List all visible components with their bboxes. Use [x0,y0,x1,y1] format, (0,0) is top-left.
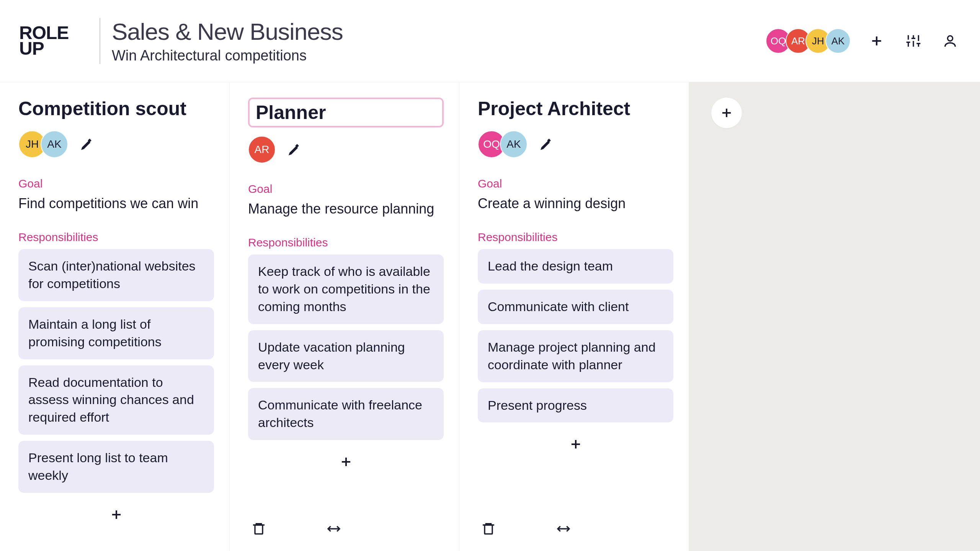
avatar[interactable]: AK [41,130,68,158]
responsibilities-list: Lead the design teamCommunicate with cli… [478,249,673,422]
svg-point-11 [947,36,952,41]
responsibility-item[interactable]: Update vacation planning every week [248,330,444,382]
responsibility-item[interactable]: Present progress [478,388,673,423]
move-column-button[interactable] [323,518,345,540]
column-title: Competition scout [18,98,214,120]
goal-label: Goal [248,183,444,196]
page-subtitle: Win Architectural competitions [112,47,343,64]
empty-area [689,82,980,551]
responsibility-item[interactable]: Communicate with freelance architects [248,388,444,440]
delete-column-button[interactable] [478,518,499,540]
plus-icon [869,33,884,49]
column: Project ArchitectOQAKGoalCreate a winnin… [459,82,689,551]
avatar[interactable]: AK [825,28,851,54]
responsibility-item[interactable]: Keep track of who is available to work o… [248,254,444,324]
board: Competition scoutJHAKGoalFind competitio… [0,82,980,551]
move-column-button[interactable] [553,518,574,540]
plus-icon [339,455,353,469]
goal-label: Goal [478,177,673,190]
trash-icon [251,521,266,536]
column-avatars: OQAK [478,130,528,158]
title-block: Sales & New Business Win Architectural c… [100,18,343,64]
edit-column-button[interactable] [285,140,304,159]
column: ARGoalManage the resource planningRespon… [230,82,459,551]
responsibilities-list: Scan (inter)national websites for compet… [18,249,214,493]
goal-text: Manage the resource planning [248,201,444,217]
add-responsibility-button[interactable] [248,451,444,474]
plus-icon [109,507,124,522]
move-horizontal-icon [326,521,341,536]
header-right: OQARJHAK [766,28,961,54]
pencil-icon [288,143,301,156]
move-horizontal-icon [556,521,571,536]
plus-icon [719,106,734,120]
responsibility-item[interactable]: Read documentation to assess winning cha… [18,365,214,435]
add-responsibility-button[interactable] [18,504,214,527]
responsibility-item[interactable]: Scan (inter)national websites for compet… [18,249,214,301]
responsibility-item[interactable]: Communicate with client [478,290,673,324]
column-title-input[interactable] [248,98,444,127]
responsibilities-label: Responsibilities [248,236,444,249]
responsibility-item[interactable]: Present long list to team weekly [18,441,214,493]
pencil-icon [80,138,93,151]
column-footer [248,495,444,540]
add-column-button[interactable] [711,98,742,128]
responsibility-item[interactable]: Lead the design team [478,249,673,284]
avatar[interactable]: AK [500,130,528,158]
header: ROLE UP Sales & New Business Win Archite… [0,0,980,82]
responsibilities-label: Responsibilities [478,231,673,244]
column-meta: OQAK [478,130,673,158]
column-avatars: AR [248,136,276,163]
goal-label: Goal [18,177,214,190]
header-left: ROLE UP Sales & New Business Win Archite… [19,18,343,64]
responsibilities-list: Keep track of who is available to work o… [248,254,444,440]
avatar[interactable]: AR [248,136,276,163]
svg-rect-20 [485,525,492,534]
svg-rect-16 [255,525,263,534]
delete-column-button[interactable] [248,518,270,540]
person-icon [942,33,958,49]
sliders-icon [906,33,921,49]
column: Competition scoutJHAKGoalFind competitio… [0,82,230,551]
column-meta: AR [248,136,444,163]
responsibility-item[interactable]: Manage project planning and coordinate w… [478,330,673,382]
settings-button[interactable] [903,30,924,52]
add-responsibility-button[interactable] [478,433,673,456]
profile-button[interactable] [939,30,961,52]
goal-text: Create a winning design [478,196,673,212]
responsibility-item[interactable]: Maintain a long list of promising compet… [18,307,214,359]
page-title: Sales & New Business [112,18,343,45]
plus-icon [568,437,583,452]
logo-text-2: UP [19,41,88,57]
pencil-icon [540,138,553,151]
trash-icon [481,521,496,536]
logo[interactable]: ROLE UP [19,25,88,57]
column-title: Project Architect [478,98,673,120]
add-member-button[interactable] [866,30,887,52]
column-avatars: JHAK [18,130,68,158]
edit-column-button[interactable] [77,135,96,154]
team-avatars: OQARJHAK [766,28,851,54]
goal-text: Find competitions we can win [18,196,214,212]
edit-column-button[interactable] [537,135,556,154]
column-meta: JHAK [18,130,214,158]
responsibilities-label: Responsibilities [18,231,214,244]
column-footer [478,495,673,540]
